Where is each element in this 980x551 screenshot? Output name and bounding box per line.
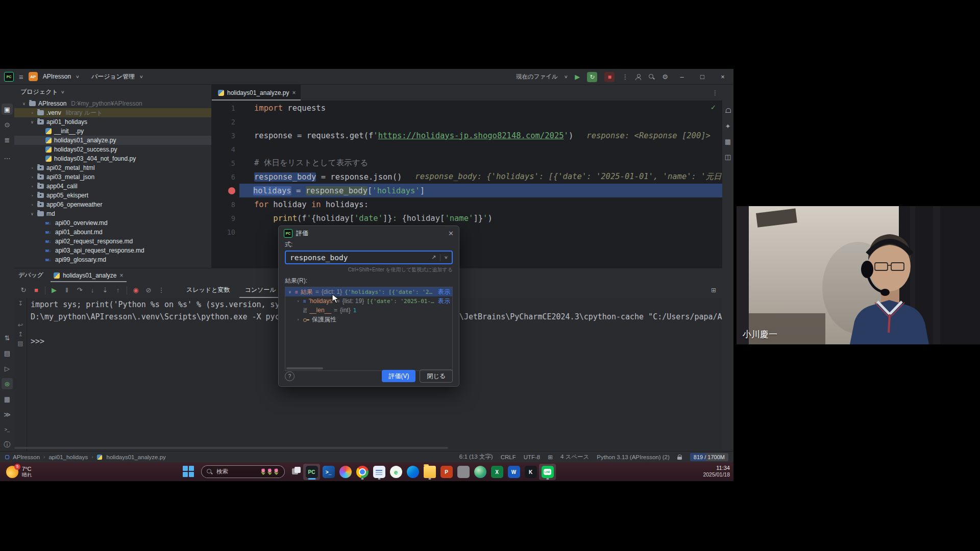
debug-view-tab-コンソール[interactable]: コンソール xyxy=(239,282,281,298)
debug-icon[interactable]: ⊛ xyxy=(2,378,13,389)
tree-chevron-icon[interactable]: › xyxy=(30,175,35,180)
stop-icon[interactable]: ■ xyxy=(32,286,40,294)
edge-icon[interactable] xyxy=(404,464,421,480)
weather-widget[interactable]: 5 7°C 晴れ xyxy=(6,466,32,478)
dialog-title-bar[interactable]: PC 評価 ✕ xyxy=(279,226,459,240)
explorer-icon[interactable] xyxy=(421,464,438,480)
code-line-7[interactable]: holidays = response_body['holidays'] xyxy=(212,184,722,197)
result-row-保護属性[interactable]: ›保護属性 xyxy=(285,315,452,324)
pycharm-icon[interactable]: PC xyxy=(303,464,320,480)
breadcrumb-item[interactable]: holidays01_analyze.py xyxy=(106,454,165,460)
view-link[interactable]: 表示 xyxy=(438,297,450,306)
result-row-結果[interactable]: ∨≡結果= {dict: 1}{'holidays': [{'date': '2… xyxy=(285,287,452,296)
tab-options-icon[interactable]: ⋮ xyxy=(712,89,718,96)
tree-item---init---py[interactable]: __init__.py xyxy=(14,127,211,136)
minimize-button[interactable]: – xyxy=(675,73,689,81)
tree-item-app06-openweather[interactable]: ›app06_openweather xyxy=(14,200,211,209)
view-link[interactable]: 表示 xyxy=(438,288,450,296)
tree-item-api03-api-request-response-md[interactable]: M↓api03_api_request_response.md xyxy=(14,246,211,255)
tree-item-api02-request-response-md[interactable]: M↓api02_request_response.md xyxy=(14,237,211,246)
structure-icon[interactable]: ≣ xyxy=(2,134,13,145)
breakpoint-gutter[interactable] xyxy=(212,187,239,194)
status-item[interactable]: 4 スペース xyxy=(560,453,589,461)
result-row-__len__[interactable]: 1001__len__= {int}1 xyxy=(285,306,452,315)
todo-icon[interactable]: ▤ xyxy=(2,347,13,359)
code-line-1[interactable]: 1import requests xyxy=(212,101,722,115)
expression-input[interactable]: response_body ↗ ∨ xyxy=(285,251,453,264)
status-item[interactable]: 6:1 (13 文字) xyxy=(459,453,493,461)
code-line-4[interactable]: 4 xyxy=(212,142,722,156)
status-item[interactable]: Python 3.13 (APIresson) (2) xyxy=(597,454,670,460)
tree-chevron-icon[interactable]: › xyxy=(30,193,35,198)
step-out-icon[interactable]: ↑ xyxy=(114,286,122,294)
tree-item-api03-metal-json[interactable]: ›api03_metal_json xyxy=(14,172,211,182)
copilot-icon[interactable] xyxy=(337,464,354,480)
tree-item-holidays02-success-py[interactable]: holidays02_success.py xyxy=(14,145,211,154)
tree-item-api00-overview-md[interactable]: M↓api00_overview.md xyxy=(14,218,211,228)
code-area[interactable]: 1import requests23response = requests.ge… xyxy=(212,101,722,239)
code-with-me-icon[interactable] xyxy=(635,74,642,80)
search-everywhere-icon[interactable] xyxy=(649,74,655,80)
breadcrumb[interactable]: APIresson›api01_holidays›holidays01_anal… xyxy=(5,454,166,460)
tree-item-app04-calil[interactable]: ›app04_calil xyxy=(14,182,211,191)
code-line-3[interactable]: 3response = requests.get(f'https://holid… xyxy=(212,129,722,142)
rerun-icon[interactable]: ↻ xyxy=(19,286,28,294)
resume-icon[interactable]: ▶ xyxy=(50,286,58,294)
notifications-icon[interactable] xyxy=(722,105,733,116)
rerun-debug-button[interactable]: ↻ xyxy=(587,72,597,82)
taskbar-clock[interactable]: 11:34 2025/01/18 xyxy=(694,465,730,478)
mute-breakpoints-icon[interactable]: ⊘ xyxy=(144,286,153,294)
project-icon[interactable]: ▣ xyxy=(2,104,13,115)
result-row-'holidays'[interactable]: ›≡'holidays'= {list: 19}[{'date': '2025-… xyxy=(285,296,452,306)
word-icon[interactable]: W xyxy=(505,464,522,480)
soft-wrap-icon[interactable]: ↩ xyxy=(16,321,24,329)
dialog-close-icon[interactable]: ✕ xyxy=(448,230,454,237)
debug-session-tab[interactable]: holidays01_analyze × xyxy=(51,268,126,282)
scroll-to-end-icon[interactable]: ↧ xyxy=(16,300,24,307)
close-session-icon[interactable]: × xyxy=(120,272,124,279)
code-line-5[interactable]: 5# 休日をリストとして表示する xyxy=(212,156,722,170)
inspection-ok-icon[interactable]: ✓ xyxy=(710,104,716,111)
step-over-icon[interactable]: ↷ xyxy=(76,286,84,294)
powerpoint-icon[interactable]: P xyxy=(438,464,455,480)
terminal-icon[interactable]: >_ xyxy=(2,424,13,435)
tree-item-api01-abount-md[interactable]: M↓api01_abount.md xyxy=(14,228,211,237)
scroll-to-top-icon[interactable]: ↥ xyxy=(16,331,24,338)
tree-chevron-icon[interactable]: › xyxy=(30,184,35,189)
more-tools-icon[interactable]: ⋯ xyxy=(2,153,13,164)
tree-item-app05-ekispert[interactable]: ›app05_ekispert xyxy=(14,191,211,200)
code-line-2[interactable]: 2 xyxy=(212,115,722,129)
tree-chevron-icon[interactable]: › xyxy=(30,203,35,207)
code-line-8[interactable]: 8for holiday in holidays: xyxy=(212,197,722,211)
run-config-selector[interactable]: 現在のファイル xyxy=(516,73,558,81)
globe-icon[interactable] xyxy=(472,464,488,480)
chrome-icon[interactable] xyxy=(354,464,371,480)
step-into-icon[interactable]: ↓ xyxy=(88,286,96,294)
settings-gear-icon[interactable]: ⚙ xyxy=(662,73,668,81)
tree-chevron-icon[interactable]: ∨ xyxy=(30,212,35,216)
vcs-icon[interactable]: ⊙ xyxy=(2,119,13,130)
breakpoint-icon[interactable] xyxy=(228,187,235,194)
breadcrumb-item[interactable]: APIresson xyxy=(13,454,40,460)
tree-chevron-icon[interactable]: › xyxy=(30,166,35,170)
layout-icon[interactable]: ◫ xyxy=(722,151,733,162)
project-panel-header[interactable]: プロジェクト ∨ xyxy=(14,85,211,99)
memory-indicator[interactable]: 819 / 1700M xyxy=(690,453,728,461)
close-button[interactable]: × xyxy=(716,73,729,81)
code-line-6[interactable]: 6response_body = response.json()response… xyxy=(212,170,722,184)
services-icon[interactable]: ▦ xyxy=(2,393,13,405)
excel-icon[interactable]: X xyxy=(488,464,505,480)
force-step-into-icon[interactable]: ⇣ xyxy=(101,286,109,294)
tree-chevron-icon[interactable]: ∨ xyxy=(287,290,292,294)
tree-chevron-icon[interactable]: ∨ xyxy=(30,120,35,124)
line-icon[interactable]: LINE xyxy=(539,464,556,480)
grid-icon[interactable]: ⊞ xyxy=(548,454,553,461)
problems-icon[interactable]: ⓘ xyxy=(2,439,13,450)
tree-item-api02-metal-html[interactable]: ›api02_metal_html xyxy=(14,163,211,172)
tree-item--venv[interactable]: ›.venvlibrary ルート xyxy=(14,108,211,117)
grayapp-icon[interactable] xyxy=(455,464,472,480)
tree-item-holidays01-analyze-py[interactable]: holidays01_analyze.py xyxy=(14,136,211,145)
start-button[interactable] xyxy=(183,466,194,477)
tree-chevron-icon[interactable]: › xyxy=(296,317,301,322)
debug-view-tab-スレッドと変数[interactable]: スレッドと変数 xyxy=(181,282,235,298)
